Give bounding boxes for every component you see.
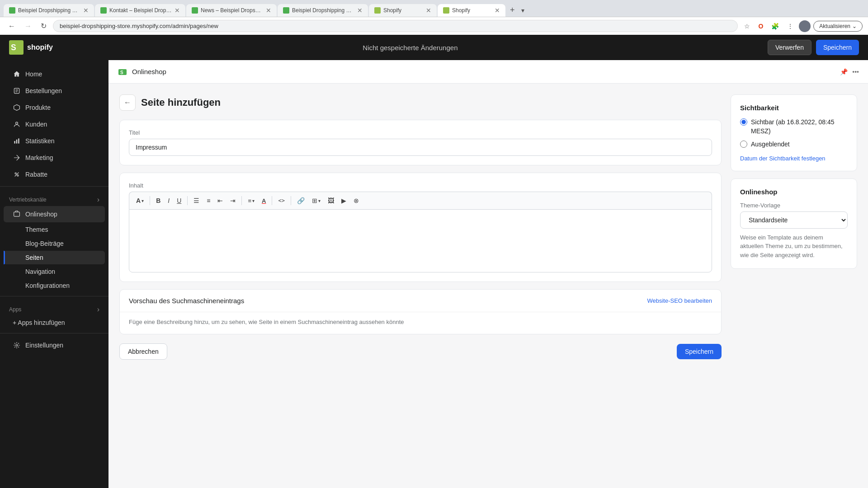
update-button[interactable]: Aktualisieren ⌄ [813, 21, 863, 32]
top-bar-actions: Verwerfen Speichern [768, 40, 859, 55]
orders-icon [13, 87, 21, 95]
extensions-button[interactable]: 🧩 [769, 21, 782, 32]
browser-tab-6[interactable]: Shopify ✕ [438, 4, 505, 17]
date-visibility-link[interactable]: Datum der Sichtbarkeit festlegen [740, 155, 826, 162]
address-bar[interactable] [53, 20, 738, 32]
toolbar-sep-1 [150, 196, 150, 205]
sidebar-item-kunden[interactable]: Kunden [4, 116, 105, 132]
bookmark-button[interactable]: ☆ [741, 21, 753, 32]
sidebar-sub-navigation[interactable]: Navigation [4, 265, 105, 278]
sidebar-item-produkte[interactable]: Produkte [4, 99, 105, 116]
menu-button[interactable]: ⋮ [784, 21, 796, 32]
toolbar-indent-increase-btn[interactable]: ⇥ [227, 195, 239, 206]
toolbar-embed-btn[interactable]: ⊗ [350, 195, 362, 206]
pin-icon[interactable]: 📌 [840, 68, 848, 75]
titel-input[interactable] [129, 139, 712, 156]
apps-expand-icon[interactable]: › [97, 305, 99, 314]
onlineshop-bar-right: 📌 ••• [840, 68, 859, 75]
add-apps-button[interactable]: + Apps hinzufügen [4, 316, 105, 329]
tab-close-6[interactable]: ✕ [495, 7, 500, 14]
editor-body[interactable] [129, 209, 712, 272]
radio-sichtbar-input[interactable] [740, 118, 747, 126]
apps-section: Apps › [0, 300, 108, 315]
browser-tab-5[interactable]: Shopify ✕ [369, 4, 437, 17]
sidebar-sub-themes[interactable]: Themes [4, 223, 105, 236]
toolbar-indent-decrease-btn[interactable]: ⇤ [214, 195, 226, 206]
speichern-bottom-button[interactable]: Speichern [677, 344, 722, 359]
radio-ausgeblendet-input[interactable] [740, 141, 747, 148]
sidebar-sub-seiten[interactable]: Seiten [4, 251, 105, 264]
forward-nav-button[interactable]: → [22, 20, 34, 32]
sichtbarkeit-card: Sichtbarkeit Sichtbar (ab 16.8.2022, 08:… [731, 94, 857, 171]
sidebar-item-marketing[interactable]: Marketing [4, 150, 105, 166]
sidebar-sub-blog-beitraege[interactable]: Blog-Beiträge [4, 237, 105, 250]
theme-vorlage-select[interactable]: Standardseite [740, 211, 848, 229]
toolbar-align-btn[interactable]: ≡ ▾ [245, 195, 258, 206]
opera-icon[interactable]: O [755, 21, 766, 32]
new-tab-button[interactable]: + [506, 4, 519, 17]
customers-icon [13, 120, 21, 128]
radio-sichtbar[interactable]: Sichtbar (ab 16.8.2022, 08:45 MESZ) [740, 118, 848, 136]
seo-edit-link[interactable]: Website-SEO bearbeiten [647, 297, 712, 304]
browser-tab-2[interactable]: Kontakt – Beispiel Dropshi… ✕ [95, 4, 185, 17]
svg-text:S: S [11, 43, 16, 52]
toolbar-italic-btn[interactable]: I [165, 195, 173, 206]
shopify-logo-icon: S [9, 40, 24, 55]
tab-title-3: News – Beispiel Dropshipp… [201, 7, 263, 14]
toolbar-bold-btn[interactable]: B [153, 195, 164, 206]
toolbar-table-btn[interactable]: ⊞ ▾ [309, 195, 324, 206]
back-button[interactable]: ← [119, 94, 136, 111]
sidebar-item-home[interactable]: Home [4, 66, 105, 82]
seiten-label: Seiten [25, 254, 43, 261]
sidebar-item-statistiken[interactable]: Statistiken [4, 133, 105, 149]
toolbar-link-btn[interactable]: 🔗 [294, 195, 308, 206]
tab-close-3[interactable]: ✕ [266, 7, 271, 14]
toolbar-underline-btn[interactable]: U [174, 195, 184, 206]
svg-text:S: S [120, 70, 123, 75]
sidebar-item-rabatte[interactable]: Rabatte [4, 166, 105, 183]
toolbar-video-btn[interactable]: ▶ [338, 195, 349, 206]
sidebar-item-einstellungen[interactable]: Einstellungen [4, 337, 105, 353]
sidebar-sub-konfigurationen[interactable]: Konfigurationen [4, 279, 105, 292]
tab-favicon-1 [9, 7, 15, 14]
shopify-app: S shopify Nicht gespeicherte Änderungen … [0, 35, 868, 488]
sidebar-rabatte-label: Rabatte [25, 171, 47, 178]
expand-icon[interactable]: › [97, 196, 99, 204]
back-nav-button[interactable]: ← [5, 20, 18, 32]
toolbar-heading-btn[interactable]: A ▾ [133, 195, 147, 206]
tab-close-1[interactable]: ✕ [83, 7, 89, 14]
browser-tab-4[interactable]: Beispiel Dropshipping Stor… ✕ [278, 4, 368, 17]
toolbar-color-btn[interactable]: A [259, 195, 269, 206]
tab-dropdown-button[interactable]: ▾ [519, 5, 526, 16]
reload-button[interactable]: ↻ [38, 20, 49, 32]
svg-rect-9 [14, 212, 20, 216]
tab-title-6: Shopify [452, 7, 470, 14]
radio-ausgeblendet[interactable]: Ausgeblendet [740, 140, 848, 149]
abbrechen-button[interactable]: Abbrechen [119, 343, 167, 360]
seo-header[interactable]: Vorschau des Suchmaschineneintrags Websi… [120, 290, 721, 312]
browser-tab-1[interactable]: Beispiel Dropshipping Stor… ✕ [4, 4, 94, 17]
sidebar-kunden-label: Kunden [25, 121, 47, 128]
toolbar-sep-5 [291, 196, 291, 205]
tab-close-2[interactable]: ✕ [175, 7, 180, 14]
toolbar-image-btn[interactable]: 🖼 [325, 195, 337, 206]
sidebar-statistiken-label: Statistiken [25, 137, 55, 145]
sidebar-item-bestellungen[interactable]: Bestellungen [4, 83, 105, 99]
tab-close-4[interactable]: ✕ [357, 7, 363, 14]
toolbar-sep-3 [241, 196, 242, 205]
toolbar-unordered-list-btn[interactable]: ☰ [190, 195, 203, 206]
onlineshop-right-title: Onlineshop [740, 188, 848, 196]
toolbar-code-btn[interactable]: <> [275, 195, 288, 206]
verwerfen-button[interactable]: Verwerfen [768, 40, 811, 55]
tab-close-5[interactable]: ✕ [426, 7, 431, 14]
page-content: ← Seite hinzufügen Titel Inhalt [108, 84, 868, 378]
page-header: ← Seite hinzufügen [119, 94, 722, 111]
products-icon [13, 103, 21, 112]
speichern-top-button[interactable]: Speichern [816, 40, 859, 55]
unsaved-changes-label: Nicht gespeicherte Änderungen [363, 44, 458, 52]
more-icon[interactable]: ••• [852, 68, 859, 75]
svg-point-7 [15, 173, 16, 174]
browser-tab-3[interactable]: News – Beispiel Dropshipp… ✕ [186, 4, 277, 17]
toolbar-ordered-list-btn[interactable]: ≡ [203, 195, 213, 206]
sidebar-item-onlineshop[interactable]: Onlineshop [4, 206, 105, 222]
